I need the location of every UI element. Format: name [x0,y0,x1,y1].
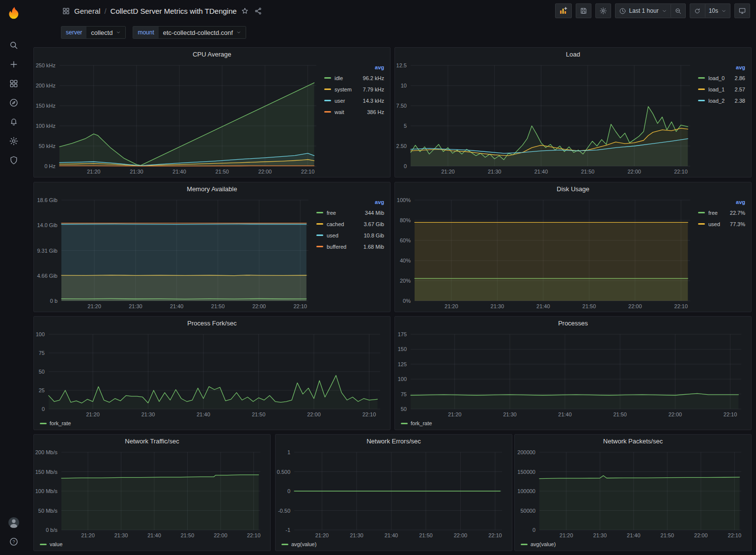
series-avg-value: 1.68 Mib [364,244,385,250]
grafana-logo[interactable] [5,5,22,22]
load-chart[interactable]: 02.5057.501012.521:2021:3021:4021:5022:0… [396,61,695,176]
panel-title[interactable]: Disk Usage [395,182,751,195]
legend-avg-header: avg [698,199,746,205]
panel-title[interactable]: Processes [395,317,751,329]
explore-compass-icon[interactable] [4,93,24,112]
svg-text:21:50: 21:50 [661,532,674,538]
series-name: free [327,210,365,216]
panel-cpu-average: CPU Average 0 Hz50 kHz100 kHz150 kHz200 … [33,47,391,177]
svg-text:21:30: 21:30 [593,532,607,538]
dashboard-settings-button[interactable] [595,3,611,18]
series-avg-value: 2.38 [735,98,746,104]
search-icon[interactable] [4,35,24,55]
svg-text:50000: 50000 [520,508,535,514]
alerting-bell-icon[interactable] [4,112,24,131]
series-color-swatch [698,100,705,101]
zoom-out-button[interactable] [671,4,685,18]
admin-shield-icon[interactable] [4,150,24,170]
svg-text:22:00: 22:00 [628,303,642,309]
series-name: load_1 [708,87,735,92]
time-controls-group: Last 1 hour [615,3,686,18]
panel-title[interactable]: CPU Average [34,48,390,60]
add-panel-icon [559,6,568,15]
legend-item[interactable]: idle96.2 kHz [324,72,385,84]
dashboards-grid-icon[interactable] [4,74,24,93]
refresh-button[interactable] [690,4,705,18]
share-dashboard-button[interactable] [253,6,263,16]
svg-text:21:40: 21:40 [172,169,186,175]
svg-text:18.6 Gib: 18.6 Gib [37,197,57,203]
star-dashboard-button[interactable] [240,6,250,16]
svg-text:21:20: 21:20 [81,532,95,538]
configuration-gear-icon[interactable] [4,131,24,150]
series-color-swatch [698,212,705,213]
legend-item[interactable]: buffered1.68 Mib [316,241,385,252]
create-plus-icon[interactable] [4,55,24,74]
memory-available-chart[interactable]: 0 b4.66 Gib9.31 Gib14.0 Gib18.6 Gib21:20… [35,196,313,311]
legend-item[interactable]: free22.7% [698,207,746,218]
add-panel-button[interactable] [555,3,572,18]
variable-mount-dropdown[interactable]: etc-collectd-collectd.conf [159,27,246,38]
svg-text:21:40: 21:40 [196,411,210,417]
user-avatar[interactable] [4,513,24,532]
panel-title[interactable]: Network Packets/sec [515,435,751,447]
disk-usage-chart[interactable]: 0%20%40%60%80%100%21:2021:3021:4021:5022… [396,196,695,311]
legend-item[interactable]: fork_rate [401,420,432,426]
svg-text:50: 50 [401,406,407,412]
legend-item[interactable]: value [40,541,62,547]
series-avg-value: 7.79 kHz [363,87,385,92]
legend-item[interactable]: load_12.57 [698,84,746,95]
series-color-swatch [316,234,323,236]
svg-text:100: 100 [36,331,45,337]
series-color-swatch [324,88,331,90]
series-color-swatch [324,77,331,79]
legend-item[interactable]: wait386 Hz [324,106,385,117]
series-avg-value: 22.7% [730,210,746,216]
legend-item[interactable]: load_22.38 [698,95,746,106]
help-icon[interactable]: ? [4,532,24,551]
variable-server-dropdown[interactable]: collectd [86,27,125,38]
series-color-swatch [316,246,323,247]
save-dashboard-button[interactable] [576,3,591,18]
panel-title[interactable]: Network Errors/sec [276,435,512,447]
legend-item[interactable]: used77.3% [698,218,746,230]
svg-text:22:00: 22:00 [669,411,682,417]
legend-item[interactable]: used10.8 Gib [316,230,385,241]
svg-text:0 b: 0 b [50,298,57,304]
svg-text:100 Mb/s: 100 Mb/s [35,488,58,494]
network-packets-chart[interactable]: 05000010000015000020000021:2021:3021:402… [516,448,746,540]
svg-text:21:30: 21:30 [114,532,128,538]
legend-item[interactable]: free344 Mib [316,207,385,218]
svg-text:100: 100 [398,376,407,382]
panel-title[interactable]: Load [395,48,751,60]
network-traffic-chart[interactable]: 0 b/s50 Mb/s100 Mb/s150 Mb/s200 Mb/s21:2… [35,448,265,540]
legend-item[interactable]: system7.79 kHz [324,84,385,95]
svg-text:200 kHz: 200 kHz [36,83,56,88]
network-errors-chart[interactable]: -1-0.5000.500121:2021:3021:4021:5022:002… [277,448,507,540]
legend-item[interactable]: avg(value) [521,541,556,547]
breadcrumb-section[interactable]: General [74,7,100,15]
panel-title[interactable]: Memory Available [34,182,390,195]
processes-chart[interactable]: 507510012515017521:2021:3021:4021:5022:0… [396,330,746,419]
svg-text:0.500: 0.500 [277,469,290,475]
series-name: fork_rate [411,420,432,426]
panel-title[interactable]: Process Fork/sec [34,317,390,329]
legend-item[interactable]: load_02.86 [698,72,746,84]
time-range-picker[interactable]: Last 1 hour [616,4,671,18]
svg-text:1: 1 [287,449,290,455]
svg-text:0: 0 [404,163,407,169]
panel-title[interactable]: Network Traffic/sec [34,435,270,447]
svg-text:75: 75 [401,391,407,397]
legend-item[interactable]: fork_rate [40,420,71,426]
svg-text:150: 150 [398,346,407,352]
legend-item[interactable]: avg(value) [281,541,316,547]
cpu-average-chart[interactable]: 0 Hz50 kHz100 kHz150 kHz200 kHz250 kHz21… [35,61,321,176]
series-name: system [335,87,363,92]
chevron-down-icon [236,30,241,35]
cycle-view-mode-button[interactable] [734,3,750,18]
legend-item[interactable]: user14.3 kHz [324,95,385,106]
process-fork-chart[interactable]: 025507510021:2021:3021:4021:5022:0022:10 [35,330,385,419]
legend-item[interactable]: cached3.67 Gib [316,218,385,230]
share-icon [254,7,262,15]
refresh-interval-dropdown[interactable]: 10s [705,4,730,18]
